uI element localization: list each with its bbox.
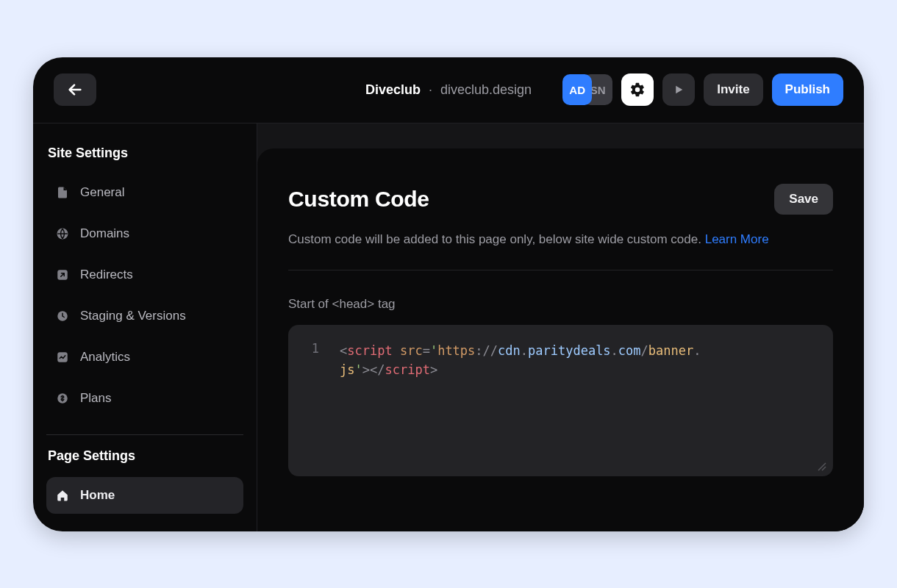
- play-icon: [672, 83, 685, 96]
- sidebar-divider: [46, 434, 243, 435]
- sidebar-item-label: Domains: [80, 226, 129, 241]
- arrow-left-icon: [67, 82, 83, 98]
- sidebar-item-redirects[interactable]: Redirects: [46, 257, 243, 293]
- sidebar-item-label: Redirects: [80, 268, 133, 282]
- code-content: <script src='https://cdn.paritydeals.com…: [340, 341, 701, 380]
- collaborator-avatars: AD SN: [562, 74, 612, 105]
- sidebar-item-staging[interactable]: Staging & Versions: [46, 298, 243, 334]
- sidebar-item-plans[interactable]: Plans: [46, 380, 243, 417]
- save-button[interactable]: Save: [774, 184, 833, 215]
- sidebar-item-label: Staging & Versions: [80, 309, 186, 323]
- page-title: Custom Code: [288, 187, 429, 212]
- page-settings-heading: Page Settings: [48, 448, 242, 464]
- divider: [288, 270, 833, 270]
- panel-description: Custom code will be added to this page o…: [288, 229, 833, 249]
- line-number: 1: [306, 341, 319, 356]
- site-domain: diveclub.design: [440, 82, 532, 97]
- separator: ·: [429, 82, 432, 97]
- sidebar-item-label: Home: [80, 488, 115, 503]
- sidebar-item-home[interactable]: Home: [46, 477, 243, 514]
- invite-button[interactable]: Invite: [704, 74, 762, 106]
- learn-more-link[interactable]: Learn More: [705, 232, 769, 246]
- settings-button[interactable]: [621, 74, 654, 106]
- file-icon: [55, 185, 70, 200]
- sidebar-item-analytics[interactable]: Analytics: [46, 339, 243, 376]
- svg-line-7: [822, 467, 826, 470]
- chart-icon: [55, 350, 70, 365]
- avatar[interactable]: AD: [562, 74, 592, 105]
- field-label-head: Start of <head> tag: [288, 297, 833, 312]
- site-name: Diveclub: [365, 82, 421, 97]
- external-link-icon: [55, 268, 70, 282]
- clock-icon: [55, 309, 70, 323]
- gear-icon: [629, 82, 646, 98]
- globe-icon: [55, 226, 70, 241]
- site-settings-heading: Site Settings: [48, 146, 242, 161]
- back-button[interactable]: [54, 74, 96, 106]
- custom-code-panel: Custom Code Save Custom code will be add…: [257, 148, 864, 531]
- sidebar-item-general[interactable]: General: [46, 174, 243, 211]
- top-bar: Diveclub · diveclub.design AD SN Invite: [33, 57, 864, 123]
- home-icon: [55, 488, 70, 503]
- sidebar-item-label: Analytics: [80, 350, 130, 365]
- svg-line-6: [818, 463, 826, 470]
- sidebar-item-domains[interactable]: Domains: [46, 215, 243, 252]
- app-frame: Diveclub · diveclub.design AD SN Invite: [33, 57, 864, 531]
- preview-button[interactable]: [662, 74, 695, 106]
- main-area: Custom Code Save Custom code will be add…: [257, 123, 864, 531]
- breadcrumb: Diveclub · diveclub.design: [365, 82, 532, 98]
- sidebar-item-label: Plans: [80, 391, 112, 406]
- sidebar-item-label: General: [80, 185, 124, 200]
- resize-handle[interactable]: [815, 460, 827, 472]
- dollar-icon: [55, 391, 70, 406]
- publish-button[interactable]: Publish: [772, 74, 843, 106]
- code-editor[interactable]: 1 <script src='https://cdn.paritydeals.c…: [288, 325, 833, 476]
- sidebar: Site Settings General Domains: [33, 123, 257, 531]
